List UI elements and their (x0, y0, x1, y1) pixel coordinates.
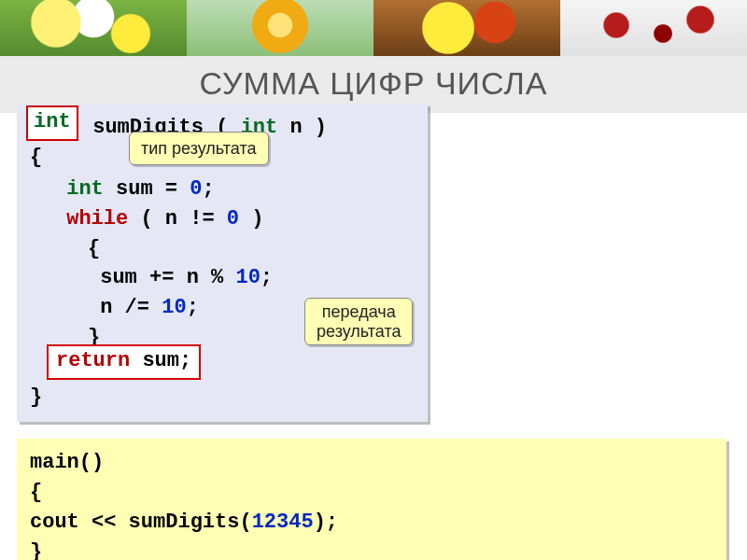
code-block-function: int sumDigits ( int n ) { int sum = 0; w… (17, 104, 428, 422)
code-line: { (30, 478, 713, 508)
num-zero: 0 (227, 207, 239, 231)
return-val: sum; (142, 349, 191, 372)
code-line: sum += n % 10; (30, 263, 415, 293)
code-line: while ( n != 0 ) (30, 204, 415, 234)
semi: ; (261, 266, 273, 289)
semi: ; (202, 177, 214, 201)
return-box: return sum; (47, 344, 201, 380)
num-ten: 10 (162, 296, 186, 319)
code-line: main() (30, 448, 713, 478)
code-line: int sum = 0; (30, 173, 415, 204)
semi: ; (187, 296, 199, 319)
op-ne: != (190, 207, 214, 231)
paren: ( (140, 207, 152, 231)
cond-n: n (165, 207, 177, 231)
content-area: int sumDigits ( int n ) { int sum = 0; w… (0, 104, 747, 560)
expr: n /= (100, 296, 149, 319)
var-sum: sum (116, 177, 153, 201)
code-line: { (30, 234, 415, 264)
cout-call: cout << sumDigits( (30, 511, 252, 534)
callout-result-pass: передачарезультата (304, 298, 413, 345)
param-n: n (289, 116, 302, 139)
banner-tile-summer (187, 0, 374, 56)
expr: sum += (100, 266, 174, 289)
brace: { (88, 237, 100, 260)
kw-return: return (56, 349, 130, 372)
paren: ) (315, 116, 327, 139)
banner-tile-autumn (374, 0, 560, 56)
code-line: } (30, 538, 713, 560)
num-ten: 10 (235, 266, 260, 289)
code-line: cout << sumDigits(12345); (30, 508, 713, 538)
int-tag-box: int (26, 105, 78, 141)
paren: ) (251, 207, 263, 231)
kw-while: while (66, 207, 128, 231)
callout-result-type: тип результата (129, 132, 269, 165)
eq: = (165, 177, 177, 201)
kw-int: int (66, 177, 104, 201)
banner (0, 0, 747, 56)
banner-tile-winter (560, 0, 747, 56)
code-block-main: main() { cout << sumDigits(12345); } (17, 439, 726, 560)
expr: n % (187, 266, 224, 289)
banner-tile-spring (0, 0, 187, 56)
num-zero: 0 (190, 177, 202, 201)
code-line: } (30, 383, 415, 413)
call-close: ); (314, 511, 338, 534)
num-arg: 12345 (252, 511, 314, 534)
